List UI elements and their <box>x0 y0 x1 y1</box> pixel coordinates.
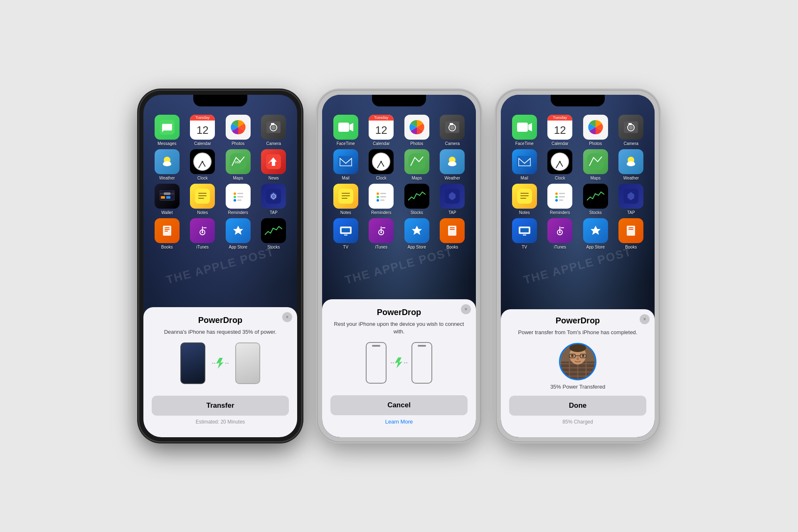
svg-point-41 <box>450 126 454 130</box>
modal-1-title: PowerDrop <box>152 315 289 325</box>
app-reminders-3[interactable]: Reminders <box>543 184 577 215</box>
app-stocks-2[interactable]: Stocks <box>400 184 434 215</box>
app-maps-3[interactable]: Maps <box>579 149 613 180</box>
app-calendar[interactable]: Tuesday 12 Calendar <box>186 115 220 146</box>
app-itunes[interactable]: iTunes <box>186 218 220 249</box>
app-appstore-3[interactable]: App Store <box>579 218 613 249</box>
svg-rect-90 <box>559 200 563 201</box>
app-facetime-3[interactable]: FaceTime <box>507 115 542 146</box>
phone-2: FaceTime Tuesday 12 Calendar <box>318 91 480 441</box>
app-itunes-2[interactable]: iTunes <box>365 218 399 249</box>
app-maps-2[interactable]: Maps <box>400 149 434 180</box>
svg-point-51 <box>377 192 379 195</box>
app-camera-2[interactable]: Camera <box>436 115 470 146</box>
app-stocks[interactable]: Stocks <box>257 218 291 249</box>
app-clock[interactable]: Clock <box>186 149 220 180</box>
svg-point-53 <box>377 199 379 202</box>
app-notes-3[interactable]: Notes <box>507 184 542 215</box>
svg-rect-55 <box>380 196 386 197</box>
app-weather-3[interactable]: Weather <box>614 149 648 180</box>
scan-phone-1 <box>366 342 387 384</box>
app-appstore-2[interactable]: App Store <box>400 218 434 249</box>
app-tv-3[interactable]: TV <box>507 218 542 249</box>
svg-rect-4 <box>271 123 274 125</box>
app-tap-2[interactable]: TAP <box>436 184 470 215</box>
svg-point-80 <box>627 162 635 166</box>
svg-point-75 <box>629 126 633 130</box>
app-notes-2[interactable]: Notes <box>329 184 363 215</box>
estimated-time: Estimated: 20 Minutes <box>152 419 289 425</box>
app-calendar-2[interactable]: Tuesday 12 Calendar <box>365 115 399 146</box>
app-news[interactable]: News <box>257 149 291 180</box>
close-button-2[interactable]: × <box>461 304 471 314</box>
svg-point-116 <box>571 355 574 357</box>
app-itunes-3[interactable]: iTunes <box>543 218 577 249</box>
notch-1 <box>193 95 247 106</box>
svg-rect-17 <box>198 195 207 196</box>
app-weather[interactable]: Weather <box>150 149 184 180</box>
modal-1: × PowerDrop Deanna's iPhone has requeste… <box>143 307 297 437</box>
transfer-visual-1 <box>152 342 289 384</box>
svg-rect-54 <box>380 193 386 194</box>
svg-rect-23 <box>237 196 243 197</box>
modal-3-title: PowerDrop <box>509 316 646 325</box>
source-phone <box>180 342 205 384</box>
app-photos[interactable]: Photos <box>221 115 255 146</box>
app-camera-3[interactable]: Camera <box>614 115 648 146</box>
app-tv-2[interactable]: TV <box>329 218 363 249</box>
svg-rect-98 <box>561 227 564 228</box>
svg-rect-93 <box>523 234 526 236</box>
app-books-2[interactable]: Books <box>436 218 470 249</box>
app-mail-2[interactable]: Mail <box>329 149 363 180</box>
svg-marker-34 <box>216 358 224 369</box>
app-tap[interactable]: TAP <box>257 184 291 215</box>
app-reminders-2[interactable]: Reminders <box>365 184 399 215</box>
svg-point-6 <box>163 162 171 166</box>
svg-rect-22 <box>237 193 243 194</box>
close-button-3[interactable]: × <box>640 314 650 324</box>
phone-2-screen: FaceTime Tuesday 12 Calendar <box>322 95 476 437</box>
app-facetime-2[interactable]: FaceTime <box>329 115 363 146</box>
app-camera[interactable]: Camera <box>257 115 291 146</box>
app-mail-3[interactable]: Mail <box>507 149 542 180</box>
app-grid-3: FaceTime Tuesday 12 Calendar <box>501 111 655 253</box>
app-books[interactable]: Books <box>150 218 184 249</box>
svg-rect-82 <box>520 193 529 194</box>
app-calendar-3[interactable]: Tuesday 12 Calendar <box>543 115 577 146</box>
svg-rect-37 <box>338 123 349 132</box>
app-reminders[interactable]: Reminders <box>221 184 255 215</box>
svg-rect-60 <box>342 228 350 232</box>
app-wallet[interactable]: Wallet <box>150 184 184 215</box>
app-stocks-3[interactable]: Stocks <box>579 184 613 215</box>
modal-1-desc: Deanna's iPhone has requested 35% of pow… <box>152 328 289 336</box>
svg-rect-42 <box>450 123 453 125</box>
svg-point-21 <box>234 199 236 202</box>
app-notes[interactable]: Notes <box>186 184 220 215</box>
app-clock-2[interactable]: Clock <box>365 149 399 180</box>
phone-3: FaceTime Tuesday 12 Calendar <box>497 91 659 441</box>
svg-rect-78 <box>587 153 604 170</box>
wallpaper-3: FaceTime Tuesday 12 Calendar <box>501 95 655 437</box>
close-button-1[interactable]: × <box>282 312 292 322</box>
app-appstore[interactable]: App Store <box>221 218 255 249</box>
svg-rect-97 <box>559 227 560 232</box>
app-tap-3[interactable]: TAP <box>614 184 648 215</box>
charge-status: 85% Charged <box>509 419 646 425</box>
app-photos-3[interactable]: Photos <box>579 115 613 146</box>
transfer-button[interactable]: Transfer <box>152 396 289 416</box>
transfer-amount: 35% Power Transfered <box>509 384 646 390</box>
learn-more-link[interactable]: Learn More <box>330 419 468 425</box>
done-button[interactable]: Done <box>509 396 646 416</box>
app-clock-3[interactable]: Clock <box>543 149 577 180</box>
app-books-3[interactable]: Books <box>614 218 648 249</box>
cancel-button[interactable]: Cancel <box>330 395 468 415</box>
svg-rect-10 <box>160 190 175 200</box>
svg-rect-71 <box>517 123 528 132</box>
app-photos-2[interactable]: Photos <box>400 115 434 146</box>
app-messages[interactable]: Messages <box>150 115 184 146</box>
app-maps[interactable]: 350 Maps <box>221 149 255 180</box>
app-grid-1: Messages Tuesday 12 Calendar <box>143 111 297 253</box>
svg-rect-14 <box>166 196 170 199</box>
app-weather-2[interactable]: Weather <box>436 149 470 180</box>
svg-marker-38 <box>350 123 353 131</box>
